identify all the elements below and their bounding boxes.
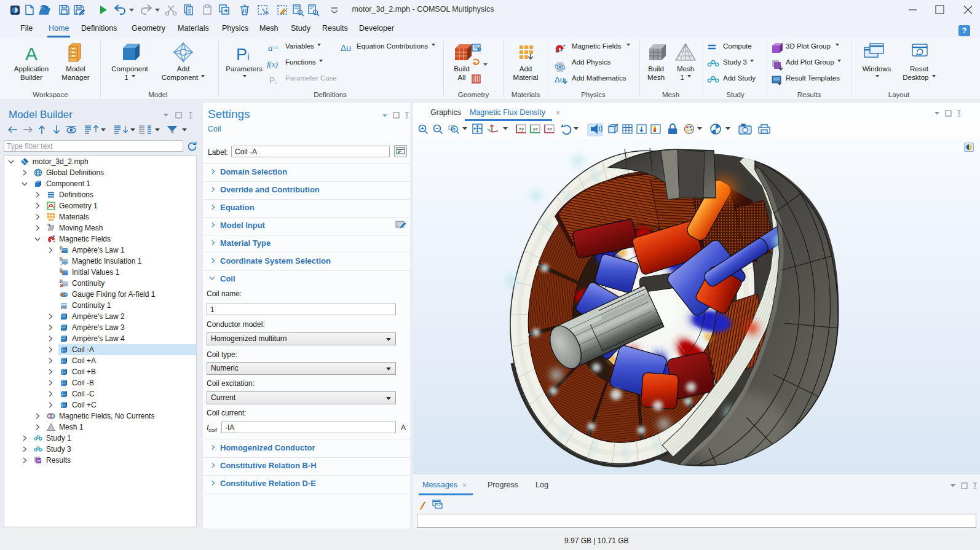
- svg-text:Coil +C: Coil +C: [72, 401, 97, 409]
- svg-text:a=: a=: [268, 43, 279, 53]
- svg-text:Coil -C: Coil -C: [72, 390, 95, 398]
- svg-text:Magnetic Insulation 1: Magnetic Insulation 1: [72, 257, 142, 265]
- svg-text:Δu: Δu: [555, 75, 564, 84]
- svg-text:Ampère's Law 1: Ampère's Law 1: [72, 246, 125, 254]
- svg-text:Mesh 1: Mesh 1: [59, 423, 84, 431]
- svg-text:f(x): f(x): [267, 60, 278, 69]
- svg-text:Global Definitions: Global Definitions: [46, 168, 104, 177]
- svg-text:Magnetic Fields: Magnetic Fields: [59, 235, 111, 243]
- svg-text:motor_3d_2.mph: motor_3d_2.mph: [33, 157, 89, 166]
- svg-text:i: i: [275, 79, 276, 85]
- svg-text:Gauge Fixing for A-field 1: Gauge Fixing for A-field 1: [72, 290, 156, 299]
- svg-text:Geometry 1: Geometry 1: [59, 202, 98, 210]
- svg-text:Ampère's Law 4: Ampère's Law 4: [72, 334, 125, 343]
- svg-text:A: A: [25, 44, 38, 64]
- svg-text:Coil -A: Coil -A: [72, 345, 94, 354]
- svg-text:Moving Mesh: Moving Mesh: [59, 224, 103, 232]
- svg-text:i: i: [247, 52, 250, 62]
- svg-text:Definitions: Definitions: [59, 191, 93, 199]
- svg-text:Δu: Δu: [341, 43, 351, 53]
- svg-text:Ampère's Law 3: Ampère's Law 3: [72, 323, 125, 332]
- svg-text:Continuity: Continuity: [72, 279, 105, 288]
- svg-text:xz: xz: [547, 126, 552, 132]
- svg-text:yz: yz: [533, 126, 538, 132]
- svg-text:Study 3: Study 3: [46, 445, 71, 454]
- svg-text:Coil +A: Coil +A: [72, 356, 96, 365]
- svg-text:P: P: [236, 45, 247, 64]
- svg-text:⊃⊂: ⊃⊂: [60, 262, 66, 265]
- svg-text:Initial Values 1: Initial Values 1: [72, 268, 119, 277]
- svg-text:Study 1: Study 1: [46, 434, 71, 442]
- svg-text:Results: Results: [46, 456, 71, 465]
- svg-text:xy: xy: [519, 126, 524, 132]
- svg-text:P: P: [269, 76, 275, 85]
- svg-text:Coil -B: Coil -B: [72, 379, 94, 387]
- svg-text:DO: DO: [61, 306, 66, 310]
- svg-text:Continuity 1: Continuity 1: [72, 301, 111, 310]
- svg-text:Ampère's Law 2: Ampère's Law 2: [72, 312, 125, 321]
- svg-text:Materials: Materials: [59, 213, 89, 221]
- svg-text:Component 1: Component 1: [46, 179, 90, 188]
- svg-text:Coil +B: Coil +B: [72, 367, 96, 376]
- svg-text:Magnetic Fields, No Currents: Magnetic Fields, No Currents: [59, 412, 154, 420]
